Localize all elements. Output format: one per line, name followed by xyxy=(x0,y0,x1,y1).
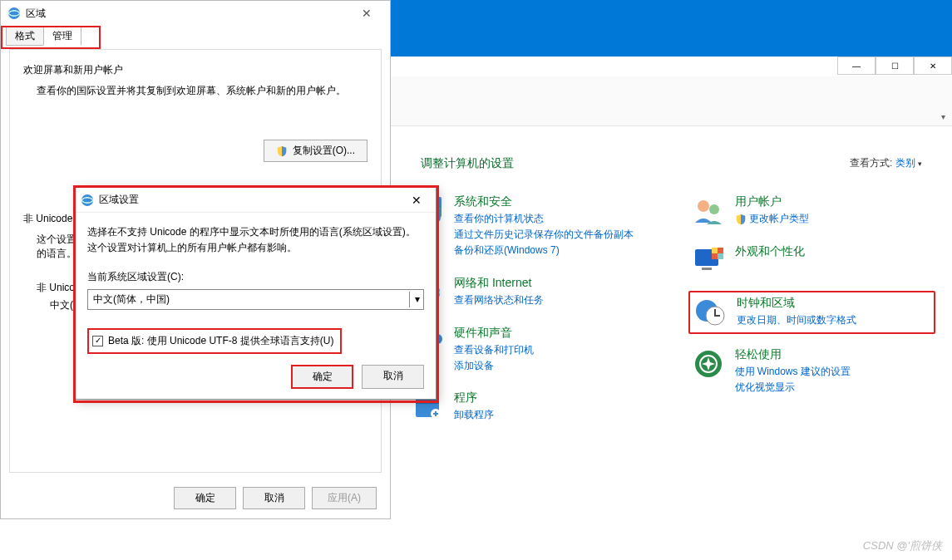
explorer-address-ribbon xyxy=(391,76,952,126)
copy-settings-button[interactable]: 复制设置(O)... xyxy=(264,140,367,162)
svg-point-21 xyxy=(8,7,20,19)
ease-icon xyxy=(692,347,725,381)
cancel-button[interactable]: 取消 xyxy=(362,365,424,389)
locale-select[interactable]: 中文(简体，中国) xyxy=(87,289,424,310)
cp-heading: 调整计算机的设置 xyxy=(421,156,514,171)
cp-item-title[interactable]: 硬件和声音 xyxy=(454,326,534,341)
locale-footer: 确定 取消 xyxy=(291,365,424,389)
locale-desc: 选择在不支持 Unicode 的程序中显示文本时所使用的语言(系统区域设置)。这… xyxy=(87,224,424,256)
desktop-background xyxy=(391,0,952,56)
close-button[interactable]: ✕ xyxy=(402,194,431,207)
users-icon xyxy=(692,194,725,228)
locale-body: 选择在不支持 Unicode 的程序中显示文本时所使用的语言(系统区域设置)。这… xyxy=(76,213,436,354)
explorer-window-controls: — ☐ ✕ xyxy=(837,56,952,75)
cp-link[interactable]: 通过文件历史记录保存你的文件备份副本 xyxy=(454,227,634,243)
cp-hardware[interactable]: 硬件和声音 查看设备和打印机 添加设备 xyxy=(407,322,655,377)
welcome-group: 欢迎屏幕和新用户帐户 查看你的国际设置并将其复制到欢迎屏幕、系统帐户和新的用户帐… xyxy=(23,63,367,162)
globe-icon xyxy=(81,194,94,207)
svg-point-10 xyxy=(698,200,709,212)
cp-link[interactable]: 优化视觉显示 xyxy=(735,380,851,395)
cp-item-title[interactable]: 程序 xyxy=(454,391,494,405)
cp-item-title[interactable]: 网络和 Internet xyxy=(454,276,544,291)
cp-programs[interactable]: 程序 卸载程序 xyxy=(407,387,655,427)
beta-utf8-checkbox[interactable]: ✓ xyxy=(92,336,103,346)
cp-ease[interactable]: 轻松使用 使用 Windows 建议的设置 优化视觉显示 xyxy=(688,344,936,399)
cp-right-column: 用户帐户 更改帐户类型 外观和个性化 xyxy=(688,191,936,437)
beta-label: Beta 版: 使用 Unicode UTF-8 提供全球语言支持(U) xyxy=(108,333,333,349)
minimize-button[interactable]: — xyxy=(837,56,876,75)
cp-item-title[interactable]: 系统和安全 xyxy=(454,194,634,209)
cp-link[interactable]: 备份和还原(Windows 7) xyxy=(454,243,634,258)
svg-rect-14 xyxy=(712,248,718,253)
ok-button[interactable]: 确定 xyxy=(174,487,236,509)
cp-link[interactable]: 查看设备和打印机 xyxy=(454,342,534,358)
svg-point-11 xyxy=(709,204,719,214)
apply-button[interactable]: 应用(A) xyxy=(312,487,377,509)
locale-current-label: 当前系统区域设置(C): xyxy=(87,269,424,285)
annotation-tabs-highlight xyxy=(1,26,101,49)
cp-link[interactable]: 添加设备 xyxy=(454,358,534,374)
cp-link[interactable]: 使用 Windows 建议的设置 xyxy=(735,364,851,380)
watermark: CSDN @'煎饼侠 xyxy=(863,538,942,553)
region-title: 区域 xyxy=(26,7,46,21)
svg-rect-15 xyxy=(718,253,723,259)
cp-item-title[interactable]: 外观和个性化 xyxy=(735,244,805,259)
cp-item-title[interactable]: 轻松使用 xyxy=(735,347,851,362)
welcome-desc: 查看你的国际设置并将其复制到欢迎屏幕、系统帐户和新的用户帐户。 xyxy=(37,84,367,98)
shield-small-icon xyxy=(735,214,747,225)
locale-titlebar[interactable]: 区域设置 ✕ xyxy=(76,188,436,213)
locale-title-text: 区域设置 xyxy=(99,193,139,207)
view-mode[interactable]: 查看方式: 类别 ▾ xyxy=(850,156,922,171)
cp-link[interactable]: 查看网络状态和任务 xyxy=(454,292,544,308)
clock-icon xyxy=(693,296,727,329)
cp-link[interactable]: 更改日期、时间或数字格式 xyxy=(737,312,856,328)
locale-settings-dialog: 区域设置 ✕ 选择在不支持 Unicode 的程序中显示文本时所使用的语言(系统… xyxy=(75,187,437,400)
close-button[interactable]: ✕ xyxy=(350,7,383,20)
cp-link[interactable]: 卸载程序 xyxy=(454,407,494,423)
cp-link[interactable]: 更改帐户类型 xyxy=(749,211,809,227)
ok-button[interactable]: 确定 xyxy=(291,365,353,389)
region-footer: 确定 取消 应用(A) xyxy=(1,477,390,518)
cp-clock-region[interactable]: 时钟和区域 更改日期、时间或数字格式 xyxy=(688,291,936,334)
maximize-button[interactable]: ☐ xyxy=(876,56,914,75)
cp-network[interactable]: 网络和 Internet 查看网络状态和任务 xyxy=(407,273,655,312)
view-value[interactable]: 类别 xyxy=(895,157,915,169)
view-label: 查看方式: xyxy=(850,157,892,169)
svg-rect-16 xyxy=(702,268,712,270)
cancel-button[interactable]: 取消 xyxy=(243,487,305,509)
close-button[interactable]: ✕ xyxy=(914,56,952,75)
shield-icon xyxy=(276,145,288,157)
cp-appearance[interactable]: 外观和个性化 xyxy=(688,241,936,281)
cp-link[interactable]: 查看你的计算机状态 xyxy=(454,211,634,227)
cp-left-column: 系统和安全 查看你的计算机状态 通过文件历史记录保存你的文件备份副本 备份和还原… xyxy=(407,191,655,437)
globe-icon xyxy=(7,7,21,20)
region-titlebar[interactable]: 区域 ✕ xyxy=(1,1,390,26)
welcome-title: 欢迎屏幕和新用户帐户 xyxy=(23,63,367,77)
address-dropdown[interactable] xyxy=(936,110,945,122)
cp-users[interactable]: 用户帐户 更改帐户类型 xyxy=(688,191,936,231)
cp-item-title[interactable]: 用户帐户 xyxy=(735,194,809,209)
svg-point-23 xyxy=(81,194,93,206)
annotation-checkbox-highlight: ✓ Beta 版: 使用 Unicode UTF-8 提供全球语言支持(U) xyxy=(87,328,342,354)
cp-item-title[interactable]: 时钟和区域 xyxy=(737,296,856,311)
control-panel-body: 调整计算机的设置 查看方式: 类别 ▾ 系统和安全 查看你的计算机状态 通过文件… xyxy=(391,133,952,535)
appearance-icon xyxy=(692,244,725,278)
cp-system-security[interactable]: 系统和安全 查看你的计算机状态 通过文件历史记录保存你的文件备份副本 备份和还原… xyxy=(407,191,655,263)
